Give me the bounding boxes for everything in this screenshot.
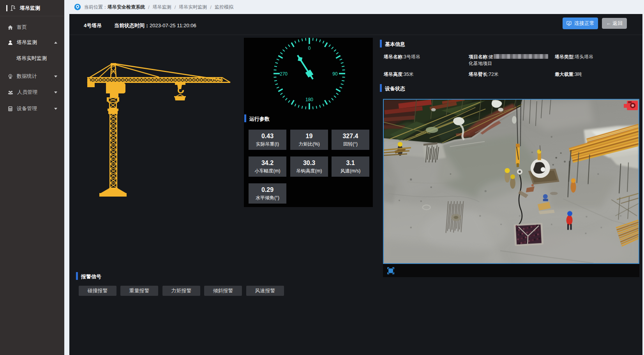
svg-text:0: 0 xyxy=(308,46,311,51)
svg-text:270: 270 xyxy=(280,71,288,77)
svg-text:90: 90 xyxy=(332,71,338,77)
svg-text:180: 180 xyxy=(305,97,313,102)
